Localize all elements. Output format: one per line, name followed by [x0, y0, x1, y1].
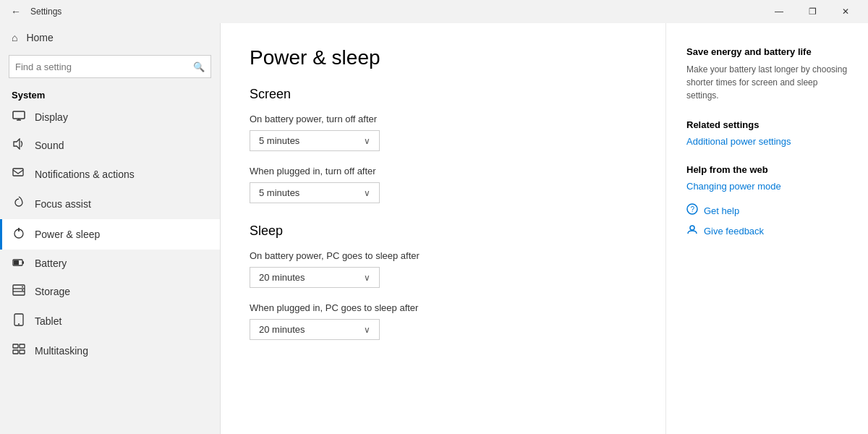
sidebar-item-power[interactable]: Power & sleep	[0, 219, 220, 250]
svg-rect-17	[13, 344, 18, 348]
sidebar-item-multitasking[interactable]: Multitasking	[0, 336, 220, 365]
focus-icon	[12, 196, 26, 212]
svg-rect-9	[22, 261, 24, 264]
page-title: Power & sleep	[250, 46, 637, 69]
get-help-icon: ?	[686, 203, 698, 218]
svg-point-16	[18, 323, 20, 325]
sidebar-item-home[interactable]: ⌂ Home	[0, 23, 220, 52]
back-button[interactable]: ←	[6, 1, 26, 22]
sidebar-item-sound[interactable]: Sound	[0, 131, 220, 160]
sidebar-item-battery[interactable]: Battery	[0, 250, 220, 277]
give-feedback-link[interactable]: Give feedback	[704, 226, 764, 237]
screen-plugged-dropdown[interactable]: 5 minutes ∨	[250, 182, 380, 203]
svg-rect-19	[13, 350, 18, 354]
close-button[interactable]: ✕	[829, 0, 862, 23]
sidebar-item-notifications[interactable]: Notifications & actions	[0, 160, 220, 189]
battery-icon	[12, 257, 26, 270]
sleep-battery-value: 20 minutes	[259, 272, 305, 283]
window-controls: — ❐ ✕	[762, 0, 862, 23]
sleep-section-title: Sleep	[250, 224, 637, 239]
save-energy-desc: Make your battery last longer by choosin…	[686, 63, 848, 102]
right-panel: Save energy and battery life Make your b…	[665, 23, 868, 434]
chevron-down-icon-4: ∨	[364, 325, 370, 335]
changing-power-link[interactable]: Changing power mode	[686, 181, 848, 192]
screen-battery-dropdown[interactable]: 5 minutes ∨	[250, 130, 380, 151]
home-icon: ⌂	[12, 32, 17, 43]
get-help-item: ? Get help	[686, 203, 848, 218]
screen-plugged-value: 5 minutes	[259, 187, 299, 198]
sleep-plugged-dropdown[interactable]: 20 minutes ∨	[250, 319, 380, 340]
sidebar-power-label: Power & sleep	[35, 229, 100, 240]
sidebar-item-storage[interactable]: Storage	[0, 277, 220, 306]
give-feedback-icon	[686, 224, 698, 238]
svg-point-23	[690, 226, 694, 230]
notifications-icon	[12, 167, 26, 182]
sidebar-section-title: System	[0, 84, 220, 103]
screen-battery-label: On battery power, turn off after	[250, 114, 637, 124]
chevron-down-icon-3: ∨	[364, 273, 370, 283]
screen-section-title: Screen	[250, 87, 637, 102]
svg-rect-8	[14, 260, 19, 265]
chevron-down-icon-2: ∨	[364, 188, 370, 198]
sidebar: ⌂ Home 🔍 System Display Sound Notificati…	[0, 23, 221, 434]
sleep-plugged-label: When plugged in, PC goes to sleep after	[250, 302, 637, 313]
app-title: Settings	[30, 7, 762, 17]
multitasking-icon	[12, 344, 26, 358]
screen-plugged-label: When plugged in, turn off after	[250, 166, 637, 176]
sidebar-multitasking-label: Multitasking	[35, 345, 88, 357]
sidebar-sound-label: Sound	[35, 140, 64, 151]
screen-battery-value: 5 minutes	[259, 135, 299, 146]
sleep-section: Sleep On battery power, PC goes to sleep…	[250, 224, 637, 340]
give-feedback-item: Give feedback	[686, 224, 848, 238]
svg-point-13	[22, 286, 23, 288]
svg-rect-20	[20, 350, 25, 354]
svg-marker-3	[14, 139, 20, 149]
search-box: 🔍	[9, 55, 211, 78]
maximize-button[interactable]: ❐	[796, 0, 829, 23]
storage-icon	[12, 284, 26, 299]
help-links: ? Get help Give feedback	[686, 203, 848, 238]
sidebar-tablet-label: Tablet	[35, 315, 61, 327]
sleep-battery-label: On battery power, PC goes to sleep after	[250, 250, 637, 261]
sidebar-item-tablet[interactable]: Tablet	[0, 306, 220, 336]
titlebar: ← Settings — ❐ ✕	[0, 0, 868, 23]
svg-rect-0	[13, 111, 25, 119]
sound-icon	[12, 138, 26, 153]
help-section: Help from the web Changing power mode ? …	[686, 164, 848, 238]
related-settings-title: Related settings	[686, 119, 848, 130]
save-energy-title: Save energy and battery life	[686, 46, 848, 57]
sidebar-notifications-label: Notifications & actions	[35, 169, 135, 180]
get-help-link[interactable]: Get help	[704, 205, 739, 216]
svg-text:?: ?	[691, 205, 695, 213]
sidebar-focus-label: Focus assist	[35, 198, 91, 210]
search-icon[interactable]: 🔍	[193, 61, 205, 72]
sleep-plugged-value: 20 minutes	[259, 324, 305, 335]
display-icon	[12, 111, 26, 124]
sidebar-storage-label: Storage	[35, 286, 70, 297]
svg-rect-4	[13, 169, 23, 176]
tablet-icon	[12, 313, 26, 329]
search-input[interactable]	[15, 61, 193, 72]
sidebar-item-display[interactable]: Display	[0, 103, 220, 131]
sidebar-display-label: Display	[35, 111, 68, 123]
sidebar-battery-label: Battery	[35, 258, 67, 269]
sidebar-home-label: Home	[26, 32, 53, 43]
help-from-web-title: Help from the web	[686, 164, 848, 175]
chevron-down-icon: ∨	[364, 136, 370, 146]
main-content: Power & sleep Screen On battery power, t…	[221, 23, 665, 434]
svg-point-14	[22, 289, 23, 291]
minimize-button[interactable]: —	[762, 0, 796, 23]
additional-power-link[interactable]: Additional power settings	[686, 136, 848, 147]
power-icon	[12, 226, 26, 242]
sidebar-item-focus[interactable]: Focus assist	[0, 189, 220, 219]
sleep-battery-dropdown[interactable]: 20 minutes ∨	[250, 267, 380, 288]
svg-rect-18	[20, 344, 25, 348]
app-body: ⌂ Home 🔍 System Display Sound Notificati…	[0, 23, 868, 434]
